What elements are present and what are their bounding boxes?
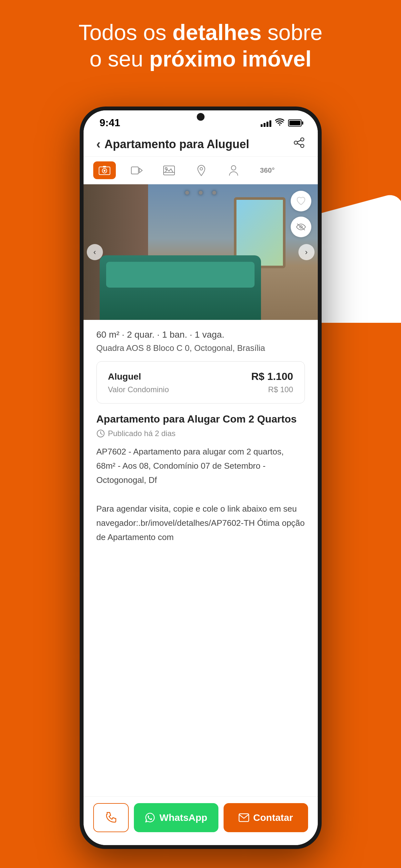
wifi-icon xyxy=(275,119,284,127)
contact-label: Contatar xyxy=(253,812,293,823)
whatsapp-button[interactable]: WhatsApp xyxy=(134,803,219,832)
header-line2-normal: o seu xyxy=(90,46,149,71)
header-line1-end: sobre xyxy=(261,20,322,44)
page-header: Todos os detalhes sobre o seu próximo im… xyxy=(0,19,401,72)
condominio-label: Valor Condominio xyxy=(108,385,169,394)
price-card: Aluguel R$ 1.100 Valor Condominio R$ 100 xyxy=(96,361,305,403)
image-next-button[interactable]: › xyxy=(298,244,314,260)
status-time: 9:41 xyxy=(100,117,120,129)
svg-line-3 xyxy=(297,141,301,142)
bottom-spacer xyxy=(96,544,305,589)
nav-title: Apartamento para Aluguel xyxy=(104,137,249,151)
svg-point-1 xyxy=(294,141,297,144)
svg-point-2 xyxy=(301,144,304,148)
phone-mockup: 9:41 ‹ xyxy=(80,106,322,849)
tab-location[interactable] xyxy=(190,161,212,179)
contact-button[interactable]: Contatar xyxy=(224,803,308,832)
room-scene xyxy=(83,184,318,320)
header-line1-bold: detalhes xyxy=(173,20,262,44)
description-text: AP7602 - Apartamento para alugar com 2 q… xyxy=(96,447,305,542)
clock-icon xyxy=(96,429,105,438)
status-icons xyxy=(261,119,302,127)
property-details: 60 m² · 2 quar. · 1 ban. · 1 vaga. Quadr… xyxy=(83,320,318,599)
aluguel-label: Aluguel xyxy=(108,372,141,382)
favorite-button[interactable] xyxy=(291,191,311,211)
svg-rect-11 xyxy=(164,166,174,175)
svg-line-4 xyxy=(297,144,301,145)
tab-person[interactable] xyxy=(222,161,245,179)
ceiling-lights xyxy=(185,191,216,195)
action-bar: WhatsApp Contatar xyxy=(83,796,318,845)
property-specs: 60 m² · 2 quar. · 1 ban. · 1 vaga. xyxy=(96,330,305,340)
svg-rect-7 xyxy=(103,166,106,167)
svg-point-8 xyxy=(104,170,105,172)
header-line2-bold: próximo imóvel xyxy=(149,46,312,71)
phone-button[interactable] xyxy=(93,803,129,832)
svg-point-13 xyxy=(165,167,167,169)
tab-video[interactable] xyxy=(126,161,148,179)
share-icon[interactable] xyxy=(293,137,305,151)
published-text: Publicado há 2 dias xyxy=(108,429,175,438)
svg-rect-19 xyxy=(239,814,249,822)
property-address: Quadra AOS 8 Bloco C 0, Octogonal, Brasí… xyxy=(96,343,305,353)
header-line1-normal: Todos os xyxy=(79,20,173,44)
svg-point-0 xyxy=(301,138,304,141)
phone-screen: 9:41 ‹ xyxy=(83,111,318,845)
hide-button[interactable] xyxy=(291,217,311,237)
camera-notch xyxy=(197,113,204,121)
price-row-main: Aluguel R$ 1.100 xyxy=(108,371,293,382)
contact-icon xyxy=(238,813,249,822)
svg-point-14 xyxy=(200,167,203,170)
svg-point-15 xyxy=(231,165,236,170)
listing-title: Apartamento para Alugar Com 2 Quartos xyxy=(96,413,305,425)
signal-bar-2 xyxy=(264,123,266,127)
scroll-content[interactable]: ‹ › 60 m² · 2 quar. · 1 ban. · 1 vaga. Q… xyxy=(83,184,318,809)
listing-description: AP7602 - Apartamento para alugar com 2 q… xyxy=(96,444,305,544)
svg-marker-10 xyxy=(139,168,142,173)
aluguel-value: R$ 1.100 xyxy=(251,371,293,382)
svg-rect-9 xyxy=(131,167,138,174)
tab-photos[interactable] xyxy=(93,161,116,179)
nav-header: ‹ Apartamento para Aluguel xyxy=(83,132,318,157)
signal-bar-4 xyxy=(269,120,271,127)
battery-fill xyxy=(289,121,300,125)
back-arrow-icon: ‹ xyxy=(96,137,101,151)
room-sofa xyxy=(100,255,261,320)
tab-360[interactable]: 360° xyxy=(255,161,280,179)
signal-icon xyxy=(261,119,271,127)
whatsapp-label: WhatsApp xyxy=(159,812,207,823)
nav-back-button[interactable]: ‹ Apartamento para Aluguel xyxy=(96,137,249,151)
battery-icon xyxy=(288,119,302,127)
tab-gallery[interactable] xyxy=(158,161,180,179)
whatsapp-icon xyxy=(144,812,156,823)
condominio-value: R$ 100 xyxy=(268,385,293,394)
signal-bar-1 xyxy=(261,124,263,127)
image-prev-button[interactable]: ‹ xyxy=(87,244,103,260)
listing-date: Publicado há 2 dias xyxy=(96,429,305,438)
price-row-condo: Valor Condominio R$ 100 xyxy=(108,385,293,394)
property-image: ‹ › xyxy=(83,184,318,320)
media-tabs: 360° xyxy=(83,157,318,184)
signal-bar-3 xyxy=(266,122,268,127)
